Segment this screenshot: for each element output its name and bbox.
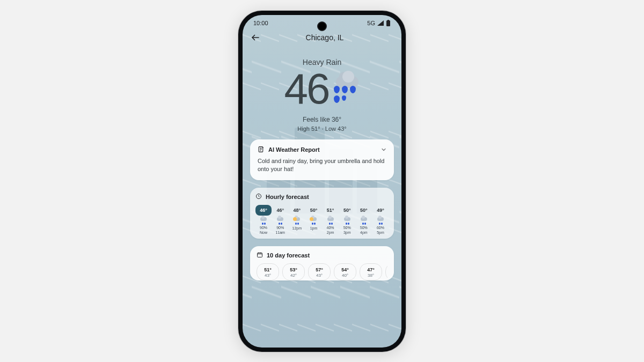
day-high: 45 <box>387 267 387 272</box>
day-high: 53° <box>284 267 303 272</box>
svg-rect-0 <box>386 20 390 26</box>
hour-label: 2pm <box>323 231 339 234</box>
hour-temp: 50° <box>356 205 372 216</box>
hour-precip-prob: 40% <box>323 226 339 230</box>
feels-like-label: Feels like 36° <box>250 116 394 123</box>
day-cell[interactable]: 54°40° <box>334 263 356 280</box>
hour-cell[interactable]: 46°90%Now <box>255 205 272 234</box>
hour-temp: 49° <box>372 205 389 216</box>
hour-temp: 51° <box>323 205 339 216</box>
rain-icon <box>255 217 272 225</box>
chevron-down-icon[interactable] <box>379 146 387 153</box>
hour-temp: 46° <box>255 205 272 216</box>
hour-cell[interactable]: 48°12pm <box>289 205 305 234</box>
day-low: 40° <box>335 273 355 278</box>
calendar-icon <box>257 252 263 259</box>
hour-cell[interactable]: 50°1pm <box>305 205 321 234</box>
rain-icon <box>372 217 389 225</box>
day-low: 38° <box>361 273 380 278</box>
hour-cell[interactable]: 49°60%5pm <box>372 205 389 234</box>
day-low: 43° <box>258 273 277 278</box>
ai-weather-report-card[interactable]: AI Weather Report Cold and rainy day, br… <box>250 139 394 181</box>
day-high: 51° <box>258 267 277 272</box>
day-high: 54° <box>335 267 355 272</box>
ai-report-text: Cold and rainy day, bring your umbrella … <box>258 157 386 174</box>
day-cell[interactable]: 47°38° <box>360 263 382 280</box>
hour-label: Now <box>255 231 272 234</box>
day-low: 43° <box>310 273 329 278</box>
rain-icon <box>339 217 355 225</box>
hour-temp: 46° <box>272 205 288 216</box>
clock-icon <box>255 193 262 201</box>
hour-label: 3pm <box>339 231 355 234</box>
hour-precip-prob: 90% <box>255 226 272 230</box>
tenday-row[interactable]: 51°43°53°42°57°43°54°40°47°38°4534 <box>257 263 387 280</box>
hour-precip-prob: 50% <box>339 226 355 230</box>
status-network-label: 5G <box>367 20 375 26</box>
day-low: 42° <box>284 273 303 278</box>
rain-icon <box>272 217 288 225</box>
day-cell[interactable]: 53°42° <box>282 263 305 280</box>
hour-precip-prob: 90% <box>272 226 288 230</box>
signal-icon <box>377 20 384 26</box>
tenday-title: 10 day forecast <box>267 252 310 258</box>
sparkle-document-icon <box>258 146 265 154</box>
current-weather: Heavy Rain 46 Feels like 36° High 51° · <box>250 45 394 132</box>
hour-label: 5pm <box>372 231 389 234</box>
phone-frame: 10:00 5G Chicago, IL <box>238 11 406 352</box>
hour-label: 4pm <box>356 231 372 234</box>
hour-cell[interactable]: 50°50%4pm <box>356 205 372 234</box>
status-time: 10:00 <box>253 20 268 26</box>
rain-icon <box>356 217 372 225</box>
svg-rect-1 <box>387 20 389 21</box>
hour-temp: 50° <box>305 205 321 216</box>
hour-precip-prob: 50% <box>356 226 372 230</box>
sun-rain-icon <box>305 217 321 225</box>
hour-temp: 50° <box>339 205 355 216</box>
current-temp: 46 <box>284 68 329 110</box>
sun-rain-icon <box>289 217 305 225</box>
phone-screen: 10:00 5G Chicago, IL <box>243 15 401 348</box>
hour-cell[interactable]: 50°50%3pm <box>339 205 355 234</box>
hourly-row[interactable]: 46°90%Now46°90%11am48°12pm50°1pm51°40%2p… <box>255 205 389 234</box>
day-cell[interactable]: 57°43° <box>308 263 331 280</box>
hourly-forecast-card[interactable]: Hourly forecast 46°90%Now46°90%11am48°12… <box>250 188 394 239</box>
location-title[interactable]: Chicago, IL <box>255 33 394 42</box>
rain-icon <box>323 217 339 225</box>
high-low-label: High 51° · Low 43° <box>250 125 394 132</box>
hour-label: 1pm <box>305 226 321 230</box>
ai-report-title: AI Weather Report <box>268 146 320 153</box>
hour-label: 12pm <box>289 226 305 230</box>
svg-rect-5 <box>258 253 262 257</box>
day-cell[interactable]: 4534 <box>385 263 387 280</box>
hour-cell[interactable]: 51°40%2pm <box>323 205 339 234</box>
battery-icon <box>386 20 391 26</box>
day-high: 57° <box>310 267 329 272</box>
tenday-forecast-card[interactable]: 10 day forecast 51°43°53°42°57°43°54°40°… <box>250 246 394 280</box>
rain-cloud-icon <box>330 74 360 104</box>
hour-precip-prob: 60% <box>372 226 389 230</box>
front-camera <box>317 21 327 31</box>
day-low: 34 <box>387 273 387 278</box>
hourly-title: Hourly forecast <box>266 194 309 200</box>
hour-temp: 48° <box>289 205 305 216</box>
hour-label: 11am <box>272 231 288 234</box>
day-high: 47° <box>361 267 380 272</box>
hour-cell[interactable]: 46°90%11am <box>272 205 288 234</box>
day-cell[interactable]: 51°43° <box>257 263 279 280</box>
